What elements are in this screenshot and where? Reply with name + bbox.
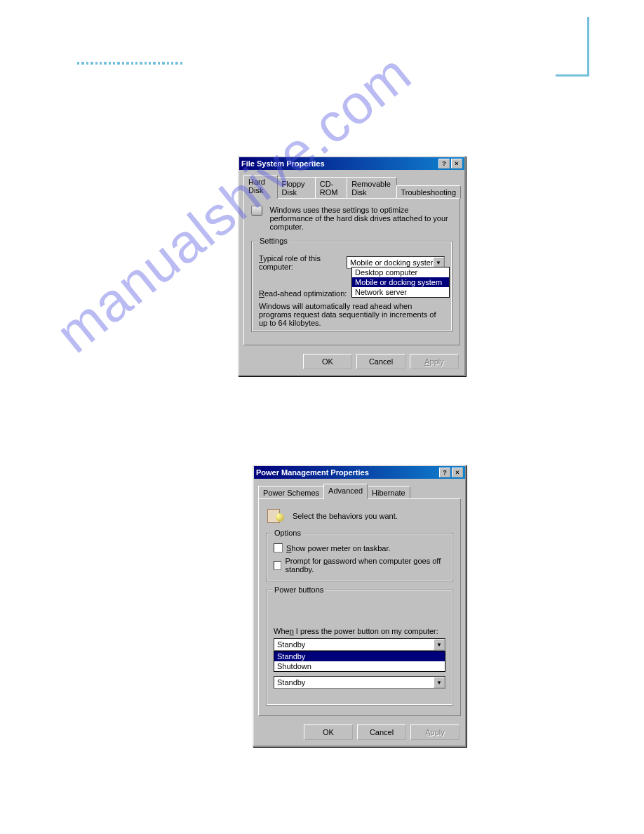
- description-text: Windows uses these settings to optimize …: [269, 206, 452, 231]
- checkbox-label: Prompt for password when computer goes o…: [285, 557, 445, 574]
- list-item[interactable]: Shutdown: [274, 661, 445, 671]
- tab-troubleshooting[interactable]: Troubleshooting: [396, 185, 461, 199]
- list-item[interactable]: Desktop computer: [352, 267, 449, 277]
- group-legend: Settings: [257, 237, 290, 245]
- tab-body: Select the behaviors you want. Options S…: [258, 498, 461, 716]
- power-button-prompt: When I press the power button on my comp…: [274, 627, 445, 635]
- close-icon[interactable]: ×: [452, 468, 463, 477]
- close-icon[interactable]: ×: [451, 159, 462, 168]
- tab-label: Removable Disk: [351, 180, 391, 197]
- power-button-combobox-2[interactable]: Standby ▼: [274, 676, 445, 689]
- tab-label: Power Schemes: [263, 489, 319, 497]
- tab-label: CD-ROM: [320, 180, 338, 197]
- role-label: Typical role of this computer:: [259, 254, 347, 271]
- tab-removable-disk[interactable]: Removable Disk: [347, 177, 396, 199]
- titlebar[interactable]: Power Management Properties ? ×: [254, 466, 465, 479]
- role-dropdown-list[interactable]: Desktop computer Mobile or docking syste…: [351, 267, 450, 298]
- power-buttons-group: Power buttons When I press the power but…: [266, 590, 453, 706]
- ok-button[interactable]: OK: [304, 724, 353, 740]
- tab-label: Hard Disk: [248, 178, 265, 194]
- titlebar[interactable]: File System Properties ? ×: [239, 157, 464, 170]
- combo-value: Standby: [274, 678, 434, 687]
- checkbox-label: Show power meter on taskbar.: [286, 544, 391, 552]
- tab-hard-disk[interactable]: Hard Disk: [243, 175, 278, 199]
- readahead-label: Read-ahead optimization:: [259, 289, 351, 298]
- file-system-properties-dialog: File System Properties ? × Hard Disk Flo…: [238, 156, 466, 376]
- dialog-button-row: OK Cancel Apply: [239, 350, 464, 375]
- description-text: Select the behaviors you want.: [293, 512, 398, 520]
- cancel-button[interactable]: Cancel: [357, 724, 406, 740]
- tab-floppy-disk[interactable]: Floppy Disk: [277, 177, 316, 199]
- decor-corner-mark: [556, 17, 589, 77]
- tab-hibernate[interactable]: Hibernate: [367, 486, 410, 499]
- tab-label: Hibernate: [372, 489, 405, 497]
- ok-button[interactable]: OK: [303, 354, 352, 369]
- chevron-down-icon[interactable]: ▼: [434, 639, 445, 650]
- list-item[interactable]: Network server: [352, 287, 449, 297]
- power-button-dropdown-list[interactable]: Standby Shutdown: [274, 651, 445, 672]
- tab-label: Floppy Disk: [282, 180, 305, 197]
- list-item[interactable]: Standby: [274, 651, 445, 661]
- cancel-button[interactable]: Cancel: [356, 354, 405, 369]
- tab-strip: Power Schemes Advanced Hibernate: [258, 483, 461, 498]
- list-item[interactable]: Mobile or docking system: [352, 277, 449, 287]
- combo-value: Mobile or docking system: [347, 258, 433, 267]
- show-power-meter-checkbox[interactable]: [274, 543, 283, 552]
- dialog-button-row: OK Cancel Apply: [254, 720, 465, 746]
- help-icon[interactable]: ?: [439, 468, 450, 477]
- dialog-title: File System Properties: [241, 159, 437, 168]
- power-management-properties-dialog: Power Management Properties ? × Power Sc…: [253, 465, 467, 747]
- tab-advanced[interactable]: Advanced: [323, 484, 368, 499]
- hard-disk-icon: [251, 206, 262, 216]
- chevron-down-icon[interactable]: ▼: [434, 677, 445, 688]
- tab-label: Troubleshooting: [401, 188, 456, 197]
- tab-power-schemes[interactable]: Power Schemes: [258, 486, 324, 499]
- dialog-title: Power Management Properties: [256, 468, 438, 477]
- tab-strip: Hard Disk Floppy Disk CD-ROM Removable D…: [243, 174, 460, 198]
- power-management-icon: [266, 506, 286, 526]
- tab-label: Advanced: [328, 486, 363, 495]
- power-button-combobox[interactable]: Standby ▼: [274, 638, 445, 651]
- apply-button[interactable]: Apply: [410, 354, 459, 369]
- prompt-password-checkbox[interactable]: [274, 561, 281, 570]
- readahead-note: Windows will automatically read ahead wh…: [259, 302, 445, 327]
- options-group: Options Show power meter on taskbar. Pro…: [266, 533, 453, 581]
- combo-value: Standby: [274, 640, 434, 649]
- decor-dotted-line: [77, 62, 182, 66]
- apply-button[interactable]: Apply: [410, 724, 459, 740]
- group-legend: Options: [272, 529, 303, 537]
- help-icon[interactable]: ?: [438, 159, 450, 168]
- tab-cd-rom[interactable]: CD-ROM: [315, 177, 347, 199]
- settings-group: Settings Typical role of this computer: …: [251, 241, 452, 332]
- group-legend: Power buttons: [272, 585, 326, 594]
- tab-body: Windows uses these settings to optimize …: [243, 198, 460, 345]
